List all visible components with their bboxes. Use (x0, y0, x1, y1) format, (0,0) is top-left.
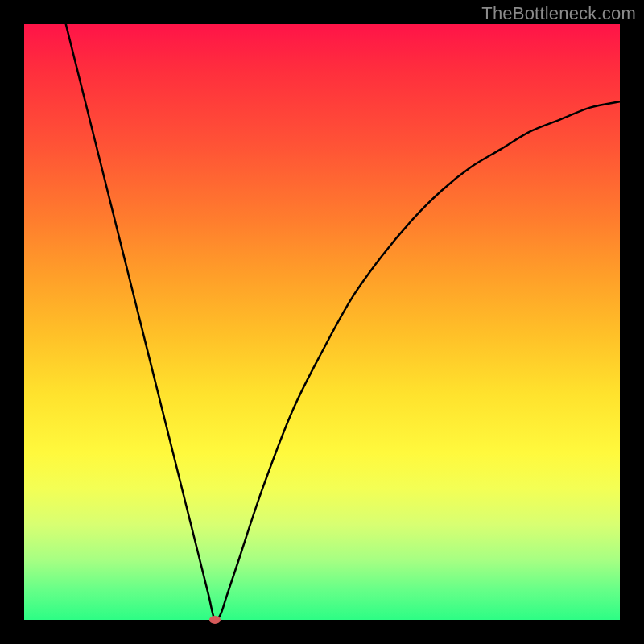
plot-area (24, 24, 620, 620)
watermark-text: TheBottleneck.com (481, 3, 636, 24)
minimum-marker (209, 616, 221, 624)
bottleneck-curve (24, 24, 620, 620)
chart-frame: TheBottleneck.com (0, 0, 644, 644)
